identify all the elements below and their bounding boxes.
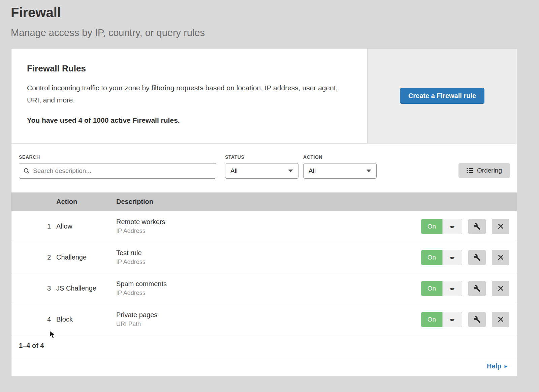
- rule-enabled-toggle[interactable]: On ◂▸: [421, 219, 462, 234]
- toggle-on-label: On: [421, 312, 442, 327]
- wrench-icon: [473, 285, 481, 292]
- table-row: 2 Challenge Test rule IP Address On ◂▸: [11, 242, 517, 273]
- filter-bar: SEARCH STATUS All ACTION All: [11, 144, 517, 192]
- toggle-arrows-icon: ◂▸: [442, 250, 462, 265]
- close-icon: [498, 223, 504, 230]
- status-select-value: All: [230, 167, 237, 175]
- rule-description: Test rule: [116, 249, 416, 257]
- ordering-button-label: Ordering: [477, 167, 502, 174]
- status-label: STATUS: [225, 154, 298, 160]
- rule-enabled-toggle[interactable]: On ◂▸: [421, 312, 462, 327]
- ordering-button[interactable]: Ordering: [458, 163, 510, 178]
- edit-rule-button[interactable]: [468, 312, 486, 327]
- search-label: SEARCH: [19, 154, 216, 160]
- close-icon: [498, 285, 504, 292]
- pagination: 1–4 of 4: [11, 335, 517, 356]
- help-link-label: Help: [487, 362, 501, 370]
- table-row: 1 Allow Remote workers IP Address On ◂▸: [11, 211, 517, 242]
- rule-match-type: IP Address: [116, 290, 416, 297]
- rule-description-cell: Spam comments IP Address: [116, 280, 416, 297]
- usage-note: You have used 4 of 1000 active Firewall …: [27, 116, 351, 124]
- rule-match-type: IP Address: [116, 259, 416, 266]
- rule-action: Allow: [56, 222, 116, 230]
- rule-number: 2: [11, 253, 56, 261]
- toggle-on-label: On: [421, 219, 442, 234]
- edit-rule-button[interactable]: [468, 219, 486, 234]
- rule-number: 1: [11, 222, 56, 230]
- wrench-icon: [473, 254, 481, 261]
- search-box[interactable]: [19, 163, 216, 179]
- summary-text-block: Firewall Rules Control incoming traffic …: [11, 49, 367, 143]
- rule-controls: On ◂▸: [416, 250, 517, 265]
- toggle-on-label: On: [421, 250, 442, 265]
- rule-controls: On ◂▸: [416, 312, 517, 327]
- action-select[interactable]: All: [303, 163, 377, 179]
- rule-match-type: URI Path: [116, 321, 416, 328]
- wrench-icon: [473, 316, 481, 323]
- column-header-action: Action: [56, 198, 116, 206]
- page-subtitle: Manage access by IP, country, or query r…: [11, 26, 539, 39]
- rule-enabled-toggle[interactable]: On ◂▸: [421, 281, 462, 296]
- rule-action: JS Challenge: [56, 284, 116, 292]
- help-link[interactable]: Help ▸: [487, 362, 507, 370]
- rule-enabled-toggle[interactable]: On ◂▸: [421, 250, 462, 265]
- toggle-on-label: On: [421, 281, 442, 296]
- close-icon: [498, 316, 504, 323]
- delete-rule-button[interactable]: [492, 281, 509, 296]
- rule-controls: On ◂▸: [416, 219, 517, 234]
- help-row: Help ▸: [11, 356, 517, 376]
- rule-description: Spam comments: [116, 280, 416, 288]
- close-icon: [498, 254, 504, 261]
- rules-table: Action Description 1 Allow Remote worker…: [11, 192, 517, 335]
- rule-description-cell: Test rule IP Address: [116, 249, 416, 266]
- section-description: Control incoming traffic to your zone by…: [27, 82, 347, 106]
- toggle-arrows-icon: ◂▸: [442, 219, 462, 234]
- firewall-card: Firewall Rules Control incoming traffic …: [11, 48, 517, 376]
- page-header: Firewall Manage access by IP, country, o…: [0, 0, 539, 39]
- rule-number: 3: [11, 284, 56, 292]
- search-input[interactable]: [33, 167, 212, 175]
- section-title: Firewall Rules: [27, 63, 351, 74]
- delete-rule-button[interactable]: [492, 312, 509, 327]
- status-select[interactable]: All: [225, 163, 298, 179]
- table-header-row: Action Description: [11, 192, 517, 211]
- help-arrow-icon: ▸: [504, 363, 507, 369]
- column-header-description: Description: [116, 198, 416, 206]
- delete-rule-button[interactable]: [492, 250, 509, 265]
- rule-description: Private pages: [116, 311, 416, 319]
- create-rule-panel: Create a Firewall rule: [367, 49, 517, 143]
- search-icon: [23, 168, 30, 174]
- rule-action: Challenge: [56, 253, 116, 261]
- rule-number: 4: [11, 315, 56, 323]
- action-label: ACTION: [303, 154, 377, 160]
- rule-description-cell: Remote workers IP Address: [116, 218, 416, 235]
- ordering-list-icon: [467, 168, 473, 174]
- action-filter-group: ACTION All: [303, 154, 377, 179]
- toggle-arrows-icon: ◂▸: [442, 312, 462, 327]
- create-firewall-rule-button[interactable]: Create a Firewall rule: [400, 88, 484, 104]
- action-select-value: All: [309, 167, 316, 175]
- status-filter-group: STATUS All: [225, 154, 298, 179]
- rule-description-cell: Private pages URI Path: [116, 311, 416, 328]
- search-group: SEARCH: [19, 154, 216, 179]
- rule-action: Block: [56, 315, 116, 323]
- firewall-rules-summary: Firewall Rules Control incoming traffic …: [11, 49, 517, 144]
- toggle-arrows-icon: ◂▸: [442, 281, 462, 296]
- rule-controls: On ◂▸: [416, 281, 517, 296]
- screen: { "page": { "title": "Firewall", "subtit…: [0, 0, 539, 392]
- page-title: Firewall: [11, 4, 539, 21]
- edit-rule-button[interactable]: [468, 250, 486, 265]
- table-row: 3 JS Challenge Spam comments IP Address …: [11, 273, 517, 304]
- delete-rule-button[interactable]: [492, 219, 509, 234]
- table-row: 4 Block Private pages URI Path On ◂▸: [11, 304, 517, 335]
- edit-rule-button[interactable]: [468, 281, 486, 296]
- chevron-down-icon: [288, 170, 293, 172]
- rule-match-type: IP Address: [116, 228, 416, 235]
- wrench-icon: [473, 223, 481, 230]
- rule-description: Remote workers: [116, 218, 416, 226]
- chevron-down-icon: [367, 170, 371, 172]
